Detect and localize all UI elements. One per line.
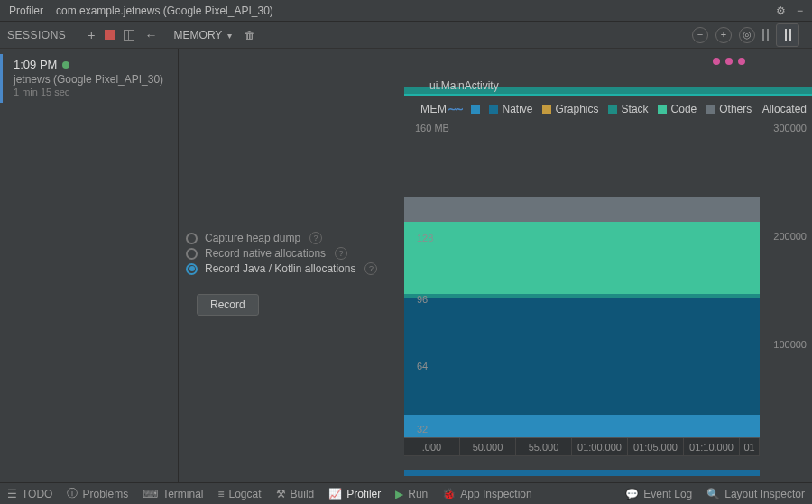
bottom-toolwindow-bar: TODO Problems Terminal Logcat Build Prof…: [0, 482, 812, 504]
terminal-icon: [143, 488, 158, 500]
x-tick: 01:05.000: [628, 438, 684, 455]
session-time: 1:09 PM: [14, 58, 57, 71]
legend-native: Native: [503, 103, 533, 115]
record-button[interactable]: Record: [197, 294, 259, 316]
tab-app-inspection[interactable]: App Inspection: [442, 488, 531, 500]
profiler-icon: [328, 488, 342, 500]
option-label: Record Java / Kotlin allocations: [205, 262, 355, 275]
tab-todo[interactable]: TODO: [7, 488, 52, 500]
memory-dropdown-label: MEMORY: [174, 29, 223, 41]
chart-plot-area[interactable]: 128 96 64 32: [404, 142, 760, 435]
profiler-label: Profiler: [9, 5, 43, 17]
swatch-java-icon: [471, 105, 480, 114]
radio-icon: [186, 233, 198, 244]
swatch-stack-icon: [608, 105, 617, 114]
x-tick: 01:10.000: [684, 438, 740, 455]
tab-layout-inspector[interactable]: Layout Inspector: [706, 488, 805, 500]
sessions-label: SESSIONS: [7, 29, 66, 41]
logcat-icon: [218, 488, 225, 500]
chevron-down-icon: [227, 29, 232, 41]
swatch-code-icon: [658, 105, 667, 114]
y-axis-right-300k: 300000: [773, 123, 807, 133]
x-tick: 01: [740, 438, 760, 455]
layoutinspector-icon: [706, 488, 720, 500]
minimize-icon[interactable]: [797, 5, 803, 17]
help-icon[interactable]: [309, 232, 322, 244]
build-icon: [276, 488, 286, 500]
stop-session-icon[interactable]: [105, 30, 115, 40]
y-tick-96: 96: [417, 294, 428, 305]
option-capture-heap[interactable]: Capture heap dump: [186, 232, 397, 244]
y-axis-left-max: 160 MB: [415, 123, 449, 133]
back-icon[interactable]: [145, 28, 158, 42]
session-duration: 1 min 15 sec: [14, 87, 169, 97]
zoom-out-icon[interactable]: −: [692, 27, 708, 43]
panel-toggle-icon[interactable]: [124, 30, 134, 41]
zoom-reset-icon[interactable]: [739, 27, 755, 43]
profiler-toolbar: SESSIONS MEMORY − +: [0, 22, 812, 49]
tab-profiler[interactable]: Profiler: [328, 488, 381, 500]
memory-chart[interactable]: ui.MainActivity MEM∼∼ NativeJava Native …: [404, 49, 812, 482]
main-area: 1:09 PM jetnews (Google Pixel_API_30) 1 …: [0, 49, 812, 482]
session-item[interactable]: 1:09 PM jetnews (Google Pixel_API_30) 1 …: [0, 54, 178, 103]
radio-icon: [186, 248, 198, 260]
x-axis: .000 50.000 55.000 01:00.000 01:05.000 0…: [404, 437, 760, 455]
option-label: Record native allocations: [205, 247, 326, 260]
legend-graphics: Graphics: [556, 103, 599, 115]
legend-allocated: Allocated: [762, 103, 807, 115]
record-options-panel: Capture heap dump Record native allocati…: [179, 49, 404, 482]
x-tick: 01:00.000: [572, 438, 628, 455]
timeline-scrub[interactable]: [404, 455, 760, 470]
y-axis-right-200k: 200000: [773, 231, 807, 242]
gear-icon[interactable]: [776, 5, 786, 17]
option-record-java[interactable]: Record Java / Kotlin allocations: [186, 262, 397, 275]
title-bar: Profiler com.example.jetnews (Google Pix…: [0, 0, 812, 22]
legend-code: Code: [671, 103, 697, 115]
run-icon: [395, 488, 403, 500]
legend-title: MEM∼∼: [420, 103, 462, 115]
tab-problems[interactable]: Problems: [67, 486, 128, 501]
session-app: jetnews (Google Pixel_API_30): [14, 73, 169, 86]
activity-label: ui.MainActivity: [429, 79, 499, 92]
option-record-native[interactable]: Record native allocations: [186, 247, 397, 260]
tab-terminal[interactable]: Terminal: [143, 488, 203, 500]
x-tick: .000: [404, 438, 460, 455]
y-axis-right-100k: 100000: [773, 339, 807, 350]
help-icon[interactable]: [335, 247, 347, 260]
pause-button[interactable]: [776, 23, 799, 47]
trash-icon[interactable]: [245, 29, 255, 41]
legend-stack: Stack: [622, 103, 649, 115]
y-tick-128: 128: [417, 233, 433, 243]
chart-legend: MEM∼∼ NativeJava Native Graphics Stack C…: [404, 103, 807, 115]
y-tick-64: 64: [417, 361, 428, 371]
info-icon: [67, 486, 78, 501]
session-live-dot-icon: [62, 61, 69, 69]
y-tick-32: 32: [417, 424, 428, 435]
profiler-target: com.example.jetnews (Google Pixel_API_30…: [56, 5, 273, 17]
list-icon: [7, 488, 17, 500]
memory-dropdown[interactable]: MEMORY: [174, 29, 233, 41]
add-session-icon[interactable]: [88, 28, 95, 42]
tab-event-log[interactable]: Event Log: [625, 488, 692, 500]
go-live-icon[interactable]: [762, 29, 769, 41]
option-label: Capture heap dump: [205, 232, 300, 244]
zoom-in-icon[interactable]: +: [715, 27, 732, 43]
swatch-graphics-icon: [542, 105, 551, 114]
x-tick: 55.000: [516, 438, 572, 455]
tab-logcat[interactable]: Logcat: [218, 488, 262, 500]
nav-dots: [713, 58, 745, 65]
sessions-panel: 1:09 PM jetnews (Google Pixel_API_30) 1 …: [0, 49, 179, 482]
radio-checked-icon: [186, 263, 198, 275]
swatch-native-icon: [489, 105, 498, 114]
swatch-others-icon: [706, 105, 715, 114]
eventlog-icon: [625, 488, 639, 500]
x-tick: 50.000: [460, 438, 516, 455]
help-icon[interactable]: [364, 262, 377, 275]
bug-icon: [442, 488, 456, 500]
tab-run[interactable]: Run: [395, 488, 428, 500]
tab-build[interactable]: Build: [276, 488, 315, 500]
legend-others: Others: [719, 103, 752, 115]
